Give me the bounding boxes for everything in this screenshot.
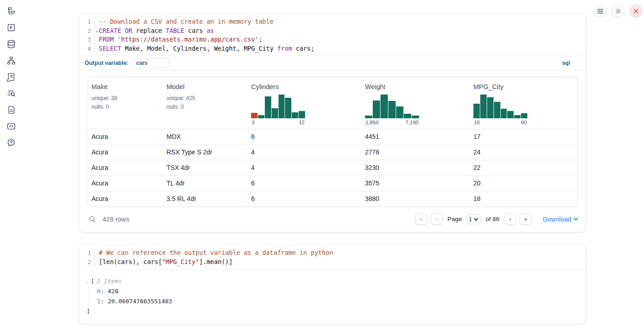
cylinders-histogram: 3 12 [251, 95, 305, 125]
axis-max-label: 7,190 [405, 120, 419, 125]
column-header-model[interactable]: Model unique: 425 nulls: 0 [163, 77, 247, 129]
logs-icon[interactable] [6, 89, 16, 98]
sidebar [0, 0, 22, 333]
column-header-make[interactable]: Make unique: 38 nulls: 0 [88, 77, 163, 129]
axis-max-label: 60 [521, 120, 527, 125]
histogram-bar [388, 101, 396, 118]
cell-mpg-city: 24 [470, 145, 577, 160]
code-line-text: # We can reference the output variable a… [95, 248, 333, 258]
cell-weight: 3230 [361, 160, 470, 175]
notebook: 1 -- Download a CSV and create an in-mem… [79, 14, 586, 324]
histogram-bar [487, 97, 494, 119]
cell-cylinders: 4 [247, 145, 361, 160]
mpg-city-histogram: 10 60 [473, 95, 527, 125]
file-explorer-icon[interactable] [6, 6, 16, 16]
cell-cylinders: 6 [247, 191, 361, 206]
histogram-bar [272, 108, 278, 119]
language-badge[interactable]: sql [562, 60, 570, 66]
cell-model: MDX [163, 129, 247, 144]
line-number: 2▼ [79, 26, 95, 36]
output-list-header: ⌄ [ 2 Items [86, 276, 578, 286]
column-unique-stat: unique: 38 [91, 95, 159, 102]
dependency-graph-icon[interactable] [6, 56, 16, 65]
histogram-bar [292, 112, 298, 119]
snippets-icon[interactable] [6, 122, 16, 131]
histogram-bar [265, 96, 271, 119]
histogram-bar [404, 114, 411, 118]
python-code-editor[interactable]: 1 # We can reference the output variable… [79, 245, 585, 269]
code-line: 1 # We can reference the output variable… [79, 248, 585, 258]
row-count: 428 rows [102, 216, 129, 223]
items-count-label: 2 Items [97, 276, 122, 286]
code-line-text: -- Download a CSV and create an in-memor… [95, 17, 274, 26]
open-bracket: [ [91, 276, 94, 286]
output-variable-row: Output variable: sql [79, 56, 585, 70]
histogram-bar [514, 115, 521, 119]
cell-make: Acura [88, 129, 163, 144]
code-line-text: [len(cars), cars["MPG_City"].mean()] [95, 258, 233, 267]
documentation-icon[interactable] [6, 105, 16, 115]
help-icon[interactable] [6, 138, 16, 148]
item-separator: : [101, 288, 108, 295]
cell-mpg-city: 20 [470, 176, 577, 191]
histogram-bar [412, 116, 419, 119]
column-header-cylinders[interactable]: Cylinders 3 12 [247, 77, 361, 129]
variables-icon[interactable] [6, 23, 16, 32]
cell-weight: 3575 [361, 176, 470, 191]
cell-cylinders: 6 [247, 129, 361, 144]
histogram-bar [501, 109, 507, 119]
search-icon[interactable] [88, 215, 96, 223]
column-unique-stat: unique: 425 [166, 95, 244, 102]
cell-make: Acura [88, 160, 163, 175]
next-page-button[interactable]: › [504, 213, 516, 225]
python-output: ⌄ [ 2 Items 0: 428 1: 20.060747663551403… [79, 270, 585, 324]
prev-page-button[interactable]: ‹ [430, 213, 443, 225]
code-line: 3 FROM 'https://datasets.marimo.app/cars… [79, 35, 585, 44]
last-page-button[interactable]: » [520, 213, 532, 225]
cell-model: 3.5 RL 4dr [163, 191, 247, 206]
cell-make: Acura [88, 176, 163, 191]
menu-button[interactable] [594, 5, 606, 17]
histogram-bar [258, 115, 264, 119]
fold-icon[interactable]: ▼ [96, 28, 98, 37]
first-page-button[interactable]: « [415, 213, 427, 225]
histogram-bar [521, 113, 527, 118]
settings-button[interactable] [612, 5, 624, 17]
column-name: Make [91, 83, 159, 90]
sql-cell: 1 -- Download a CSV and create an in-mem… [79, 14, 586, 233]
page-select[interactable]: 1 [467, 214, 480, 224]
column-name: Cylinders [251, 83, 358, 90]
column-header-weight[interactable]: Weight 1,850 7,190 [361, 77, 470, 129]
shutdown-button[interactable] [630, 5, 642, 17]
download-button[interactable]: Download [543, 216, 578, 223]
column-header-mpg-city[interactable]: MPG_City 10 60 [470, 77, 577, 129]
line-number: 4 [79, 44, 95, 53]
python-cell: 1 # We can reference the output variable… [79, 245, 586, 324]
code-line: 4 SELECT Make, Model, Cylinders, Weight,… [79, 44, 585, 53]
download-label: Download [543, 216, 571, 223]
topbar [594, 5, 642, 17]
cell-model: TSX 4dr [163, 160, 247, 175]
line-number: 3 [79, 35, 95, 44]
list-item: 0: 428 [97, 286, 578, 296]
code-line: 2 [len(cars), cars["MPG_City"].mean()] [79, 258, 585, 267]
sql-code-editor[interactable]: 1 -- Download a CSV and create an in-mem… [79, 14, 585, 56]
histogram-bar [373, 100, 380, 118]
output-variable-input[interactable] [133, 58, 170, 68]
line-number: 1 [79, 17, 95, 26]
column-name: Model [166, 83, 244, 90]
histogram-bar [480, 95, 487, 118]
table-row: Acura RSX Type S 2dr 4 2778 24 [88, 144, 577, 160]
item-value: 428 [107, 288, 118, 295]
histogram-bar [251, 113, 258, 118]
scratchpad-icon[interactable] [6, 72, 16, 82]
datasources-icon[interactable] [6, 39, 16, 49]
code-line-text: CREATE OR replace TABLE cars as [95, 26, 214, 36]
histogram-bar [396, 106, 403, 118]
close-bracket: ] [86, 307, 578, 317]
column-name: Weight [365, 83, 466, 90]
column-nulls-stat: nulls: 0 [166, 103, 244, 111]
table-row: Acura TL 4dr 6 3575 20 [88, 175, 577, 191]
collapse-chevron-icon[interactable]: ⌄ [86, 276, 89, 286]
table-row: Acura MDX 6 4451 17 [88, 129, 577, 144]
